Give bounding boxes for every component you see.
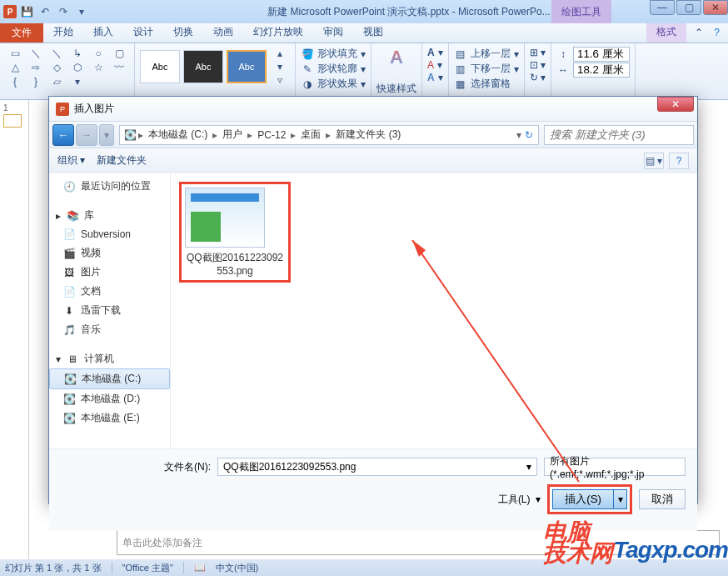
close-button[interactable]: ✕ bbox=[703, 0, 728, 15]
qat-customize-icon[interactable]: ▾ bbox=[73, 3, 90, 20]
nav-libraries[interactable]: ▸📚库 bbox=[49, 206, 170, 225]
nav-drive-d[interactable]: 💽本地磁盘 (D:) bbox=[49, 389, 170, 408]
minimize-button[interactable]: — bbox=[650, 0, 675, 15]
nav-back-button[interactable]: ← bbox=[52, 124, 74, 146]
gallery-up-icon[interactable]: ▴ bbox=[270, 47, 290, 60]
nav-drive-c[interactable]: 💽本地磁盘 (C:) bbox=[49, 368, 170, 389]
shape-triangle-icon[interactable]: △ bbox=[5, 61, 25, 74]
ribbon-minimize-icon[interactable]: ⌃ bbox=[695, 27, 703, 38]
tab-format[interactable]: 格式 bbox=[646, 22, 686, 43]
tab-review[interactable]: 审阅 bbox=[313, 22, 353, 43]
tab-insert[interactable]: 插入 bbox=[83, 22, 123, 43]
nav-drive-e[interactable]: 💽本地磁盘 (E:) bbox=[49, 408, 170, 428]
tab-animations[interactable]: 动画 bbox=[203, 22, 243, 43]
breadcrumb-folder[interactable]: 新建文件夹 (3) bbox=[332, 128, 404, 142]
quick-styles-button[interactable]: 快速样式 bbox=[376, 82, 416, 96]
shape-effects-button[interactable]: ◑形状效果 ▾ bbox=[301, 77, 366, 91]
redo-icon[interactable]: ↷ bbox=[55, 3, 72, 20]
shape-rect-icon[interactable]: ▭ bbox=[5, 47, 25, 60]
breadcrumb[interactable]: 💽 ▸ 本地磁盘 (C:) ▸ 用户 ▸ PC-12 ▸ 桌面 ▸ 新建文件夹 … bbox=[119, 125, 539, 145]
shape-more-icon[interactable]: ▾ bbox=[67, 75, 87, 88]
tab-view[interactable]: 视图 bbox=[353, 22, 393, 43]
cancel-button[interactable]: 取消 bbox=[639, 489, 686, 509]
svg-line-0 bbox=[412, 240, 579, 482]
style-item-3[interactable]: Abc bbox=[227, 50, 267, 83]
style-item-1[interactable]: Abc bbox=[140, 50, 180, 83]
gallery-down-icon[interactable]: ▾ bbox=[270, 60, 290, 73]
style-item-2[interactable]: Abc bbox=[183, 50, 223, 83]
chevron-down-icon[interactable]: ▾ bbox=[526, 461, 531, 473]
help-button[interactable]: ? bbox=[669, 153, 689, 169]
align-button[interactable]: ⊞ ▾ bbox=[530, 47, 546, 58]
file-item[interactable]: QQ截图20161223092553.png bbox=[185, 188, 285, 277]
tab-slideshow[interactable]: 幻灯片放映 bbox=[243, 22, 313, 43]
shape-diamond-icon[interactable]: ◇ bbox=[47, 61, 67, 74]
text-fill-button[interactable]: A ▾ bbox=[427, 47, 443, 58]
shape-arrow-icon[interactable]: ⇨ bbox=[26, 61, 46, 74]
language-label[interactable]: 中文(中国) bbox=[216, 562, 258, 574]
selection-pane-button[interactable]: ▦选择窗格 bbox=[454, 77, 519, 91]
nav-computer[interactable]: ▾🖥计算机 bbox=[49, 349, 170, 368]
shape-line-icon[interactable]: ＼ bbox=[26, 47, 46, 60]
bring-forward-button[interactable]: ▤上移一层 ▾ bbox=[454, 47, 519, 61]
view-mode-button[interactable]: ▤ ▾ bbox=[644, 153, 664, 169]
breadcrumb-users[interactable]: 用户 bbox=[219, 128, 246, 142]
spellcheck-icon[interactable]: 📖 bbox=[194, 563, 206, 573]
insert-button[interactable]: 插入(S) bbox=[552, 489, 614, 509]
shape-brace-icon[interactable]: { bbox=[5, 75, 25, 88]
breadcrumb-desktop[interactable]: 桌面 bbox=[297, 128, 324, 142]
breadcrumb-drive[interactable]: 本地磁盘 (C:) bbox=[145, 128, 211, 142]
shape-outline-button[interactable]: ✎形状轮廓 ▾ bbox=[301, 62, 366, 76]
nav-forward-button[interactable]: → bbox=[76, 124, 97, 146]
group-button[interactable]: ⊡ ▾ bbox=[530, 59, 546, 71]
gallery-more-icon[interactable]: ▿ bbox=[270, 73, 290, 87]
text-outline-button[interactable]: A ▾ bbox=[427, 59, 443, 71]
shape-rrect-icon[interactable]: ▢ bbox=[109, 47, 129, 60]
tab-transitions[interactable]: 切换 bbox=[163, 22, 203, 43]
help-icon[interactable]: ? bbox=[714, 27, 720, 38]
nav-history-button[interactable]: ▾ bbox=[99, 124, 114, 146]
shape-hex-icon[interactable]: ⬡ bbox=[67, 61, 87, 74]
organize-button[interactable]: 组织 ▾ bbox=[57, 153, 85, 168]
shape-line2-icon[interactable]: ＼ bbox=[47, 47, 67, 60]
context-tab-header: 绘图工具 bbox=[551, 0, 611, 23]
width-input[interactable] bbox=[573, 63, 630, 78]
save-icon[interactable]: 💾 bbox=[18, 3, 35, 20]
new-folder-button[interactable]: 新建文件夹 bbox=[97, 153, 147, 168]
undo-icon[interactable]: ↶ bbox=[37, 3, 53, 20]
tab-home[interactable]: 开始 bbox=[43, 22, 83, 43]
shape-connector-icon[interactable]: ↳ bbox=[67, 47, 87, 60]
file-list-pane[interactable]: QQ截图20161223092553.png bbox=[171, 173, 697, 448]
insert-dropdown-button[interactable]: ▾ bbox=[614, 489, 627, 509]
breadcrumb-dropdown-icon[interactable]: ▾ bbox=[515, 129, 523, 141]
dialog-close-button[interactable]: ✕ bbox=[657, 97, 694, 112]
shape-brace2-icon[interactable]: } bbox=[26, 75, 46, 88]
search-input[interactable] bbox=[544, 125, 694, 145]
nav-subversion[interactable]: 📄Subversion bbox=[49, 225, 170, 243]
nav-recent[interactable]: 🕘最近访问的位置 bbox=[49, 177, 170, 196]
maximize-button[interactable]: ▢ bbox=[676, 0, 701, 15]
rotate-button[interactable]: ↻ ▾ bbox=[530, 72, 546, 83]
nav-xunlei[interactable]: ⬇迅雷下载 bbox=[49, 301, 170, 320]
refresh-icon[interactable]: ↻ bbox=[523, 129, 535, 141]
nav-pictures[interactable]: 🖼图片 bbox=[49, 263, 170, 282]
shape-fill-button[interactable]: 🪣形状填充 ▾ bbox=[301, 47, 366, 61]
tools-button[interactable]: 工具(L) ▾ bbox=[498, 493, 541, 507]
nav-videos[interactable]: 🎬视频 bbox=[49, 243, 170, 263]
send-backward-button[interactable]: ▥下移一层 ▾ bbox=[454, 62, 519, 76]
notes-input[interactable]: 单击此处添加备注 bbox=[117, 530, 720, 555]
filetype-filter[interactable]: 所有图片(*.emf;*.wmf;*.jpg;*.jp bbox=[544, 458, 686, 476]
shape-star-icon[interactable]: ☆ bbox=[88, 61, 108, 74]
breadcrumb-pc[interactable]: PC-12 bbox=[254, 129, 289, 141]
tab-design[interactable]: 设计 bbox=[123, 22, 163, 43]
nav-documents[interactable]: 📄文档 bbox=[49, 282, 170, 301]
height-input[interactable] bbox=[573, 47, 630, 62]
nav-music[interactable]: 🎵音乐 bbox=[49, 320, 170, 339]
shape-curve-icon[interactable]: 〰 bbox=[109, 61, 129, 74]
tab-file[interactable]: 文件 bbox=[0, 23, 43, 43]
shape-callout-icon[interactable]: ▱ bbox=[47, 75, 67, 88]
filename-input[interactable]: QQ截图20161223092553.png▾ bbox=[217, 458, 537, 476]
shape-oval-icon[interactable]: ○ bbox=[88, 47, 108, 60]
slide-thumbnail[interactable] bbox=[3, 114, 22, 128]
text-effects-button[interactable]: A ▾ bbox=[427, 72, 443, 83]
